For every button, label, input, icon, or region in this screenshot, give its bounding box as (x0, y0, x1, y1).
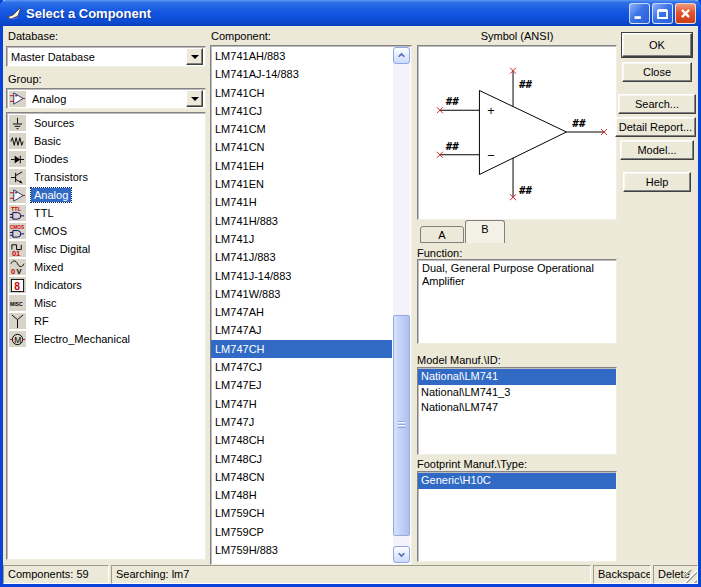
group-item-label: Analog (31, 188, 71, 202)
component-list-item[interactable]: LM759H/883 (211, 541, 392, 559)
function-box: Dual, General Purpose Operational Amplif… (417, 259, 617, 344)
group-list-item[interactable]: Sources (7, 114, 205, 132)
component-list-item[interactable]: LM747CJ (211, 358, 392, 376)
component-list-item[interactable]: LM741AJ-14/883 (211, 65, 392, 83)
component-list-item[interactable]: LM741CJ (211, 102, 392, 120)
group-list-item[interactable]: MElectro_Mechanical (7, 330, 205, 348)
group-list-item[interactable]: TTLTTL (7, 204, 205, 222)
group-item-label: Sources (31, 116, 77, 130)
group-item-label: Misc Digital (31, 242, 93, 256)
dropdown-arrow-icon[interactable] (186, 90, 203, 107)
model-button[interactable]: Model... (620, 140, 694, 160)
model-list-item[interactable]: National\LM741_3 (418, 385, 616, 401)
component-list-item[interactable]: LM747J (211, 413, 392, 431)
motor-icon: M (9, 331, 26, 347)
group-list-item[interactable]: Transistors (7, 168, 205, 186)
maximize-button[interactable] (652, 3, 673, 24)
scroll-up-icon[interactable] (393, 47, 410, 64)
titlebar[interactable]: Select a Component (0, 0, 701, 26)
svg-text:MISC: MISC (10, 301, 23, 307)
scroll-down-icon[interactable] (393, 546, 410, 563)
scrollbar-track[interactable] (393, 64, 410, 546)
group-list-item[interactable]: 0VMixed (7, 258, 205, 276)
component-list-item[interactable]: LM741EH (211, 157, 392, 175)
group-item-label: Indicators (31, 278, 85, 292)
ok-button[interactable]: OK (622, 33, 692, 57)
model-list-item[interactable]: National\LM741 (418, 369, 616, 385)
component-list-item[interactable]: LM747AJ (211, 321, 392, 339)
component-list-item[interactable]: LM741J/883 (211, 248, 392, 266)
group-list[interactable]: SourcesBasicDiodesTransistorsAnalogTTLTT… (6, 112, 206, 560)
status-searching: Searching: lm7 (111, 565, 591, 584)
component-list-item[interactable]: LM748CH (211, 431, 392, 449)
component-list-item[interactable]: LM741CM (211, 120, 392, 138)
database-label: Database: (8, 30, 58, 42)
group-label: Group: (8, 73, 42, 85)
component-list-item[interactable]: LM741CN (211, 138, 392, 156)
tab-section-a[interactable]: A (420, 226, 464, 243)
search-button[interactable]: Search... (618, 94, 696, 114)
component-list-item[interactable]: LM741W/883 (211, 285, 392, 303)
component-list-item[interactable]: LM748CJ (211, 450, 392, 468)
component-list-item[interactable]: LM759CH (211, 504, 392, 522)
component-list-item[interactable]: LM741J-14/883 (211, 267, 392, 285)
component-list-item[interactable]: LM741EN (211, 175, 392, 193)
component-list-item[interactable]: LM747AH (211, 303, 392, 321)
diode-icon (9, 151, 26, 167)
symbol-panel: + − ## ## ## ## ## (417, 45, 617, 220)
group-combo-icon (9, 91, 26, 107)
group-list-item[interactable]: MISCMisc (7, 294, 205, 312)
ground-icon (9, 115, 26, 131)
opamp-symbol: + − ## ## ## ## ## (418, 46, 616, 219)
scrollbar-thumb[interactable] (393, 315, 410, 537)
component-list-item[interactable]: LM747H (211, 395, 392, 413)
component-list-item[interactable]: LM748H (211, 486, 392, 504)
tab-section-b[interactable]: B (465, 220, 505, 243)
symbol-label: Symbol (ANSI) (417, 30, 617, 42)
status-backspace: Backspace (593, 565, 651, 584)
footprint-list-item[interactable]: Generic\H10C (418, 473, 616, 489)
ttl-icon: TTL (9, 205, 26, 221)
component-list-item[interactable]: LM759CP (211, 523, 392, 541)
group-list-item[interactable]: Analog (7, 186, 205, 204)
model-list-item[interactable]: National\LM747 (418, 400, 616, 416)
footprint-list[interactable]: Generic\H10C (417, 471, 617, 562)
group-list-item[interactable]: 01Misc Digital (7, 240, 205, 258)
component-list-item[interactable]: LM741H/883 (211, 212, 392, 230)
detail-report-button[interactable]: Detail Report... (615, 117, 696, 137)
component-list-item[interactable]: LM747EJ (211, 376, 392, 394)
component-scrollbar[interactable] (393, 47, 410, 563)
group-list-item[interactable]: Basic (7, 132, 205, 150)
indicator-icon: 8 (9, 277, 26, 293)
resize-grip[interactable] (684, 570, 697, 583)
group-item-label: CMOS (31, 224, 70, 238)
close-window-button[interactable] (675, 3, 696, 24)
component-label: Component: (211, 30, 271, 42)
group-item-label: Basic (31, 134, 64, 148)
component-list-item[interactable]: LM741CH (211, 84, 392, 102)
group-item-label: Diodes (31, 152, 71, 166)
close-button[interactable]: Close (622, 62, 692, 82)
group-list-item[interactable]: CMOSCMOS (7, 222, 205, 240)
dropdown-arrow-icon[interactable] (186, 48, 203, 65)
component-list-item[interactable]: LM741H (211, 193, 392, 211)
resistor-icon (9, 133, 26, 149)
component-list-item[interactable]: LM747CH (211, 340, 392, 358)
svg-text:M: M (14, 334, 21, 344)
model-manuf-list[interactable]: National\LM741National\LM741_3National\L… (417, 367, 617, 455)
help-button[interactable]: Help (623, 172, 691, 192)
plus-input-label: + (487, 103, 495, 118)
component-list-item[interactable]: LM741J (211, 230, 392, 248)
component-list-item[interactable]: LM748CN (211, 468, 392, 486)
mixed-icon: 0V (9, 259, 26, 275)
group-list-item[interactable]: RF (7, 312, 205, 330)
select-component-dialog: Select a Component Database: Master Data… (0, 0, 701, 587)
group-list-item[interactable]: 8Indicators (7, 276, 205, 294)
database-combobox[interactable]: Master Database (6, 46, 206, 67)
component-list-item[interactable]: LM741AH/883 (211, 47, 392, 65)
minimize-button[interactable] (629, 3, 650, 24)
group-list-item[interactable]: Diodes (7, 150, 205, 168)
cmos-icon: CMOS (9, 223, 26, 239)
component-list[interactable]: LM741AH/883LM741AJ-14/883LM741CHLM741CJL… (210, 45, 412, 565)
group-combobox[interactable]: Analog (6, 88, 206, 109)
